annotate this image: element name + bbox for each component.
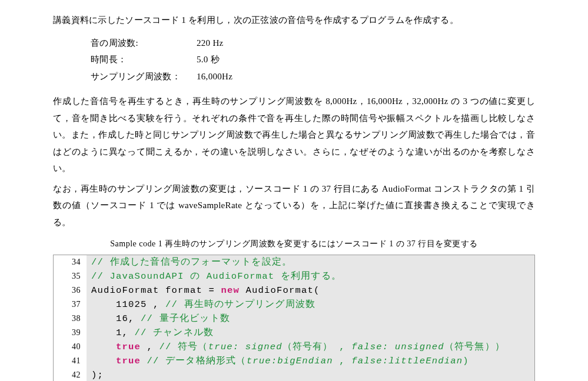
document-page: 講義資料に示したソースコード 1 を利用し，次の正弦波の音信号を作成するプログラ… [0, 0, 588, 381]
line-number: 37 [54, 298, 87, 312]
code-comment: // JavaSoundAPI の AudioFormat を利用する。 [91, 271, 341, 282]
code-value: 1, [91, 327, 135, 338]
code-text [141, 356, 147, 366]
code-comment: // チャンネル数 [135, 327, 214, 338]
code-comment: // 量子化ビット数 [141, 313, 230, 324]
line-number: 36 [54, 283, 87, 298]
line-number: 41 [54, 354, 87, 368]
body-paragraph-1: 作成した音信号を再生するとき，再生時のサンプリング周波数を 8,000Hz，16… [53, 93, 535, 177]
code-value: 16, [91, 313, 141, 324]
code-comment: // 作成した音信号のフォーマットを設定。 [91, 257, 292, 268]
param-freq-value: 220 Hz [197, 35, 224, 52]
code-comment: // 符号（true: signed（符号有） , false: unsigne… [160, 342, 505, 352]
code-text: AudioFormat( [240, 285, 320, 296]
param-freq-label: 音の周波数: [91, 35, 197, 52]
code-comment: // 再生時のサンプリング周波数 [165, 299, 315, 310]
code-caption: Sample code 1 再生時のサンプリング周波数を変更するにはソースコード… [53, 236, 535, 252]
param-duration-label: 時間長： [91, 51, 197, 68]
line-number: 35 [54, 269, 87, 283]
code-text: , [141, 342, 160, 352]
param-sampling-value: 16,000Hz [197, 68, 232, 85]
param-sampling-label: サンプリング周波数： [91, 68, 197, 85]
code-text: ); [91, 370, 104, 380]
code-comment: // データ格納形式（true:bigEndian , false:little… [147, 356, 469, 366]
code-indent [91, 342, 116, 352]
code-keyword-true: true [116, 342, 141, 352]
intro-paragraph: 講義資料に示したソースコード 1 を利用し，次の正弦波の音信号を作成するプログラ… [53, 12, 535, 29]
line-number: 42 [54, 368, 87, 381]
code-block: 34 // 作成した音信号のフォーマットを設定。 35 // JavaSound… [53, 255, 535, 381]
code-line-40: 40 true , // 符号（true: signed（符号有） , fals… [54, 340, 534, 354]
code-keyword-new: new [221, 285, 240, 296]
code-line-34: 34 // 作成した音信号のフォーマットを設定。 [54, 255, 534, 269]
body-paragraph-2: なお，再生時のサンプリング周波数の変更は，ソースコード 1 の 37 行目にある… [53, 181, 535, 231]
code-text: AudioFormat format = [91, 285, 221, 296]
code-line-38: 38 16, // 量子化ビット数 [54, 312, 534, 326]
line-number: 40 [54, 340, 87, 354]
line-number: 34 [54, 255, 87, 269]
code-line-37: 37 11025 , // 再生時のサンプリング周波数 [54, 298, 534, 312]
line-number: 38 [54, 312, 87, 326]
code-value: 11025 , [91, 299, 165, 310]
code-indent [91, 356, 116, 366]
code-line-41: 41 true // データ格納形式（true:bigEndian , fals… [54, 354, 534, 368]
code-line-39: 39 1, // チャンネル数 [54, 326, 534, 340]
parameter-list: 音の周波数: 220 Hz 時間長： 5.0 秒 サンプリング周波数： 16,0… [91, 35, 535, 85]
param-duration-value: 5.0 秒 [197, 51, 220, 68]
code-line-35: 35 // JavaSoundAPI の AudioFormat を利用する。 [54, 269, 534, 283]
code-line-42: 42 ); [54, 368, 534, 381]
code-keyword-true: true [116, 356, 141, 366]
code-line-36: 36 AudioFormat format = new AudioFormat( [54, 283, 534, 298]
line-number: 39 [54, 326, 87, 340]
